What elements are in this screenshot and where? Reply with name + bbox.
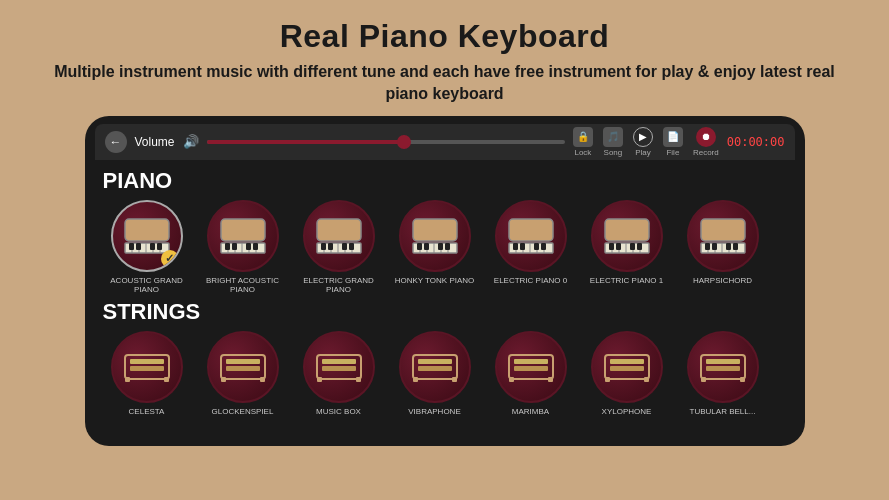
instrument-circle-3	[399, 200, 471, 272]
piano-svg-1	[217, 216, 269, 256]
svg-rect-99	[514, 366, 548, 371]
string-name-1: GLOCKENSPIEL	[212, 407, 274, 417]
svg-rect-108	[706, 359, 740, 364]
string-circle-2	[303, 331, 375, 403]
string-circle-1	[207, 331, 279, 403]
list-item[interactable]: ELECTRIC GRAND PIANO	[295, 200, 383, 295]
list-item[interactable]: XYLOPHONE	[583, 331, 671, 417]
lock-control[interactable]: 🔒 Lock	[573, 127, 593, 157]
piano-svg-0	[121, 216, 173, 256]
svg-rect-19	[232, 243, 237, 250]
play-label: Play	[635, 148, 651, 157]
instrument-circle-5	[591, 200, 663, 272]
volume-label: Volume	[135, 135, 175, 149]
record-icon: ⏺	[696, 127, 716, 147]
list-item[interactable]: GLOCKENSPIEL	[199, 331, 287, 417]
volume-thumb	[397, 135, 411, 149]
volume-slider[interactable]	[207, 140, 565, 144]
svg-rect-95	[413, 377, 418, 382]
svg-rect-90	[317, 377, 322, 382]
svg-rect-66	[701, 219, 745, 241]
svg-rect-30	[328, 243, 333, 250]
instrument-name-5: ELECTRIC PIANO 1	[590, 276, 663, 286]
instrument-circle-6	[687, 200, 759, 272]
song-icon: 🎵	[603, 127, 623, 147]
svg-rect-84	[226, 366, 260, 371]
list-item[interactable]: HARPSICHORD	[679, 200, 767, 295]
svg-rect-96	[452, 377, 457, 382]
record-control[interactable]: ⏺ Record	[693, 127, 719, 157]
svg-rect-40	[417, 243, 422, 250]
piano-svg-4	[505, 216, 557, 256]
list-item[interactable]: TUBULAR BELL...	[679, 331, 767, 417]
svg-rect-22	[317, 219, 361, 241]
piano-section-title: PIANO	[103, 168, 787, 194]
strings-section-title: STRINGS	[103, 299, 787, 325]
top-controls: 🔒 Lock 🎵 Song ▶ Play 📄 File ⏺ Record	[573, 127, 719, 157]
string-name-4: MARIMBA	[512, 407, 549, 417]
svg-rect-32	[349, 243, 354, 250]
string-name-2: MUSIC BOX	[316, 407, 361, 417]
phone-frame: ← Volume 🔊 🔒 Lock 🎵 Song ▶ Play 📄 File	[85, 116, 805, 446]
file-control[interactable]: 📄 File	[663, 127, 683, 157]
instrument-name-6: HARPSICHORD	[693, 276, 752, 286]
list-item[interactable]: BRIGHT ACOUSTIC PIANO	[199, 200, 287, 295]
svg-rect-88	[322, 359, 356, 364]
svg-rect-43	[445, 243, 450, 250]
svg-rect-0	[125, 219, 169, 241]
list-item[interactable]: ELECTRIC PIANO 0	[487, 200, 575, 295]
svg-rect-76	[733, 243, 738, 250]
list-item[interactable]: ELECTRIC PIANO 1	[583, 200, 671, 295]
svg-rect-63	[616, 243, 621, 250]
svg-rect-91	[356, 377, 361, 382]
svg-rect-94	[418, 366, 452, 371]
list-item[interactable]: ✓ ACOUSTIC GRAND PIANO	[103, 200, 191, 295]
record-label: Record	[693, 148, 719, 157]
svg-rect-79	[130, 366, 164, 371]
page-title: Real Piano Keyboard	[40, 18, 849, 55]
piano-svg-6	[697, 216, 749, 256]
file-icon: 📄	[663, 127, 683, 147]
string-name-5: XYLOPHONE	[602, 407, 652, 417]
svg-rect-44	[509, 219, 553, 241]
instrument-circle-0: ✓	[111, 200, 183, 272]
play-control[interactable]: ▶ Play	[633, 127, 653, 157]
svg-rect-81	[164, 377, 169, 382]
svg-rect-55	[605, 219, 649, 241]
play-icon: ▶	[633, 127, 653, 147]
svg-rect-101	[548, 377, 553, 382]
svg-rect-74	[712, 243, 717, 250]
strings-instruments-row: CELESTA GLOCKENSPIEL	[103, 331, 787, 417]
timer-display: 00:00:00	[727, 135, 785, 149]
svg-rect-73	[705, 243, 710, 250]
svg-rect-75	[726, 243, 731, 250]
string-circle-0	[111, 331, 183, 403]
xyl-svg-5	[601, 347, 653, 387]
speaker-icon: 🔊	[183, 134, 199, 149]
back-button[interactable]: ←	[105, 131, 127, 153]
list-item[interactable]: MUSIC BOX	[295, 331, 383, 417]
piano-svg-3	[409, 216, 461, 256]
svg-rect-80	[125, 377, 130, 382]
string-circle-5	[591, 331, 663, 403]
svg-rect-110	[701, 377, 706, 382]
svg-rect-11	[221, 219, 265, 241]
svg-rect-109	[706, 366, 740, 371]
song-control[interactable]: 🎵 Song	[603, 127, 623, 157]
list-item[interactable]: CELESTA	[103, 331, 191, 417]
list-item[interactable]: MARIMBA	[487, 331, 575, 417]
svg-rect-62	[609, 243, 614, 250]
list-item[interactable]: HONKY TONK PIANO	[391, 200, 479, 295]
string-name-0: CELESTA	[129, 407, 165, 417]
svg-rect-83	[226, 359, 260, 364]
svg-rect-10	[157, 243, 162, 250]
instrument-name-2: ELECTRIC GRAND PIANO	[295, 276, 383, 295]
volume-fill	[207, 140, 404, 144]
svg-rect-64	[630, 243, 635, 250]
svg-rect-86	[260, 377, 265, 382]
xyl-svg-6	[697, 347, 749, 387]
svg-rect-54	[541, 243, 546, 250]
list-item[interactable]: VIBRAPHONE	[391, 331, 479, 417]
svg-rect-31	[342, 243, 347, 250]
xyl-svg-4	[505, 347, 557, 387]
